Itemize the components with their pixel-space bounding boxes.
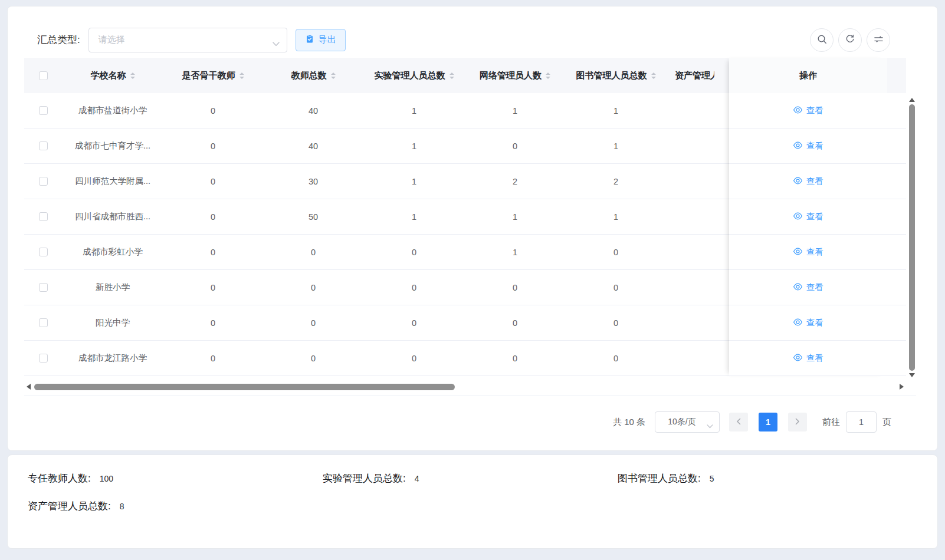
operation-cell: 查看 [729,129,887,164]
summary-value: 4 [415,474,419,483]
row-checkbox[interactable] [39,177,48,186]
horizontal-scrollbar[interactable] [24,381,906,392]
eye-icon [793,105,803,117]
cell-value: 40 [263,93,363,128]
refresh-button[interactable] [838,28,862,52]
chevron-down-icon [707,421,713,430]
row-checkbox[interactable] [39,283,48,292]
cell-value: 0 [263,270,363,305]
summary-value: 5 [710,474,714,483]
cell-value: 1 [565,129,667,163]
sort-icon[interactable] [239,73,244,79]
cell-value: 0 [163,341,263,375]
search-button[interactable] [810,28,834,52]
scroll-up-arrow[interactable] [909,98,915,102]
view-link[interactable]: 查看 [793,317,823,329]
row-checkbox[interactable] [39,248,48,256]
row-checkbox[interactable] [39,318,48,327]
column-header-library-staff[interactable]: 图书管理人员总数 [565,58,667,93]
cell-value: 1 [363,93,465,128]
summary-type-label: 汇总类型: [37,33,80,47]
select-all-checkbox[interactable] [39,71,48,80]
cell-value: 0 [363,270,465,305]
view-link-label: 查看 [806,353,823,364]
cell-value: 1 [565,199,667,234]
summary-label: 图书管理人员总数: [618,472,701,485]
next-page-button[interactable] [788,413,807,431]
cell-value: 0 [163,164,263,199]
cell-value: 0 [465,129,565,163]
column-header-backbone-teacher[interactable]: 是否骨干教师 [163,58,263,93]
export-button[interactable]: 导出 [296,29,346,51]
view-link[interactable]: 查看 [793,176,823,187]
view-link[interactable]: 查看 [793,282,823,294]
cell-value: 40 [263,129,363,163]
scroll-left-arrow[interactable] [27,384,31,390]
search-icon [816,34,828,47]
goto-page-input[interactable] [846,411,877,433]
column-header-asset-staff[interactable]: 资产管理人员总数 [667,58,714,93]
sort-icon[interactable] [130,73,135,79]
sort-icon[interactable] [651,73,656,79]
eye-icon [793,176,803,187]
table-card: 汇总类型: 请选择 导出 [7,6,938,451]
cell-value: 0 [163,270,263,305]
view-link[interactable]: 查看 [793,105,823,117]
cell-value: 0 [565,270,667,305]
column-settings-button[interactable] [867,28,890,52]
summary-label: 实验管理人员总数: [323,472,406,485]
cell-value: 0 [163,129,263,163]
column-header-school-name[interactable]: 学校名称 [63,58,163,93]
sort-icon[interactable] [331,73,336,79]
horizontal-scrollbar-thumb[interactable] [34,384,455,390]
cell-value: 0 [465,341,565,375]
cell-value: 0 [565,341,667,375]
operation-cell: 查看 [729,305,887,341]
fixed-operation-column: 操作 查看 查看 查看 查看 查看 查看 查看 查看 [729,58,887,376]
cell-value: 1 [465,235,565,269]
row-checkbox[interactable] [39,212,48,221]
row-checkbox[interactable] [39,141,48,150]
cell-value: 0 [163,235,263,269]
view-link[interactable]: 查看 [793,353,823,364]
vertical-scrollbar-thumb[interactable] [909,104,915,371]
cell-school-name: 成都市彩虹小学 [63,235,163,269]
column-header-lab-staff[interactable]: 实验管理人员总数 [363,58,465,93]
page: 汇总类型: 请选择 导出 [0,0,945,555]
page-size-select[interactable]: 10条/页 [655,411,720,433]
cell-value: 1 [465,199,565,234]
summary-row: 资产管理人员总数: 8 [21,499,937,513]
view-link[interactable]: 查看 [793,211,823,223]
view-link[interactable]: 查看 [793,246,823,258]
prev-page-button[interactable] [729,413,748,431]
cell-school-name: 四川省成都市胜西... [63,199,163,234]
view-link[interactable]: 查看 [793,140,823,152]
summary-type-select[interactable]: 请选择 [88,28,287,52]
vertical-scrollbar[interactable] [908,98,916,393]
summary-item-fulltime-teachers: 专任教师人数: 100 [21,472,316,485]
scroll-right-arrow[interactable] [900,384,904,390]
cell-value: 0 [263,341,363,375]
column-header-teacher-total[interactable]: 教师总数 [263,58,363,93]
view-link-label: 查看 [806,211,823,222]
view-link-label: 查看 [806,176,823,187]
cell-value: 0 [565,235,667,269]
cell-value: 2 [465,164,565,199]
pagination-total: 共 10 条 [613,417,645,428]
operation-cell: 查看 [729,270,887,305]
row-checkbox[interactable] [39,106,48,115]
goto-label: 前往 [822,417,840,428]
sort-icon[interactable] [546,73,550,79]
cell-school-name: 成都市七中育才学... [63,129,163,163]
cell-school-name: 阳光中学 [63,305,163,340]
page-number-1[interactable]: 1 [759,413,777,431]
cell-value: 0 [163,93,263,128]
operation-cell: 查看 [729,199,887,235]
column-header-network-staff[interactable]: 网络管理员人数 [465,58,565,93]
row-checkbox[interactable] [39,354,48,363]
sort-icon[interactable] [449,73,454,79]
select-placeholder: 请选择 [99,34,125,45]
summary-value: 8 [120,502,124,511]
view-link-label: 查看 [806,140,823,151]
scroll-down-arrow[interactable] [909,373,915,377]
